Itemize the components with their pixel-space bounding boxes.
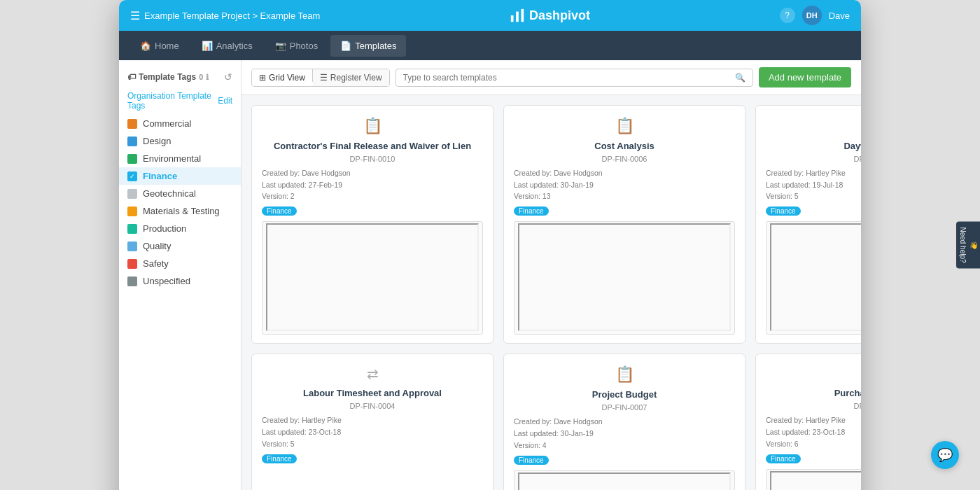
svg-rect-0 [511,15,514,22]
content-area: ⊞ Grid View ☰ Register View 🔍 Add new te… [241,60,861,490]
embed-input: ⧉</button> </div> [262,221,483,335]
top-bar: ☰ Example Template Project > Example Tea… [119,0,861,31]
refresh-icon[interactable]: ↺ [224,71,232,83]
tag-production[interactable]: Production [119,220,241,237]
embed-input: ⧉</button> </div> [766,221,861,335]
template-card-t7[interactable]: ⇄ Purchase Requests DP-FIN-0002 Created … [755,354,861,490]
template-card-t3[interactable]: 📋 Daywork Sheet DP-FIN-0003 Created by: … [755,105,861,344]
user-area: ? DH Dave [780,6,850,25]
card-meta: Created by: Dave HodgsonLast updated: 30… [514,416,735,451]
add-template-button[interactable]: Add new template [759,67,851,88]
copy-button[interactable]: ⧉</button> </div> [266,223,479,331]
need-help-panel[interactable]: 👋 Need help? [956,221,980,268]
finance-tag: Finance [766,206,801,216]
card-meta: Created by: Hartley PikeLast updated: 23… [262,414,483,449]
template-card-t1[interactable]: 📋 Contractor's Final Release and Waiver … [251,105,493,344]
main-content: 🏷 Template Tags 0 ℹ ↺ Organisation Templ… [119,60,861,490]
finance-tag: Finance [262,454,297,463]
app-logo: Dashpivot [510,8,590,23]
embed-input: ⧉</button> </div> [766,469,861,490]
card-title: Project Budget [592,389,657,401]
embed-input: ⧉</button> </div> [514,221,735,335]
copy-button[interactable]: ⧉</button> </div> [770,471,861,490]
nav-templates[interactable]: 📄 Templates [330,35,406,57]
tag-info-icon: ℹ [206,73,209,82]
embed-row: ⧉</button> </div> [262,221,483,335]
register-view-button[interactable]: ☰ Register View [313,69,389,86]
template-card-t5[interactable]: ⇄ Labour Timesheet and Approval DP-FIN-0… [251,354,493,490]
app-name: Dashpivot [529,8,590,23]
tag-dot-geotechnical [127,189,137,199]
chat-button[interactable]: 💬 [931,441,959,469]
template-card-t6[interactable]: 📋 Project Budget DP-FIN-0007 Created by:… [503,354,746,490]
card-title: Cost Analysis [594,141,654,153]
tag-dot-production [127,224,137,234]
card-title: Contractor's Final Release and Waiver of… [274,141,471,153]
photos-icon: 📷 [275,41,286,51]
tag-list: Commercial Design Environmental Finance … [119,115,241,290]
nav-bar: 🏠 Home 📊 Analytics 📷 Photos 📄 Templates [119,31,861,60]
menu-icon[interactable]: ☰ [130,9,140,22]
org-tags-edit[interactable]: Edit [218,96,232,106]
tag-design[interactable]: Design [119,132,241,150]
tag-dot-quality [127,241,137,251]
card-code: DP-FIN-0002 [854,402,861,410]
help-button[interactable]: ? [780,8,795,23]
card-code: DP-FIN-0010 [350,155,396,163]
user-name: Dave [829,10,850,21]
list-icon: ☰ [320,73,328,83]
card-meta: Created by: Hartley PikeLast updated: 23… [766,414,861,449]
tag-dot-commercial [127,119,137,129]
copy-button[interactable]: ⧉</button> </div> [518,223,731,331]
embed-row: ⧉</button> </div> [766,221,861,335]
tag-quality[interactable]: Quality [119,237,241,255]
tag-dot-safety [127,259,137,269]
templates-icon: 📄 [340,41,351,51]
grid-view-button[interactable]: ⊞ Grid View [252,69,312,86]
tag-finance[interactable]: Finance [119,167,241,185]
tag-materials[interactable]: Materials & Testing [119,202,241,220]
grid-icon: ⊞ [259,73,266,83]
tag-dot-materials [127,206,137,216]
doc-icon: 📋 [615,365,634,384]
card-code: DP-FIN-0003 [854,155,861,163]
svg-rect-1 [516,12,519,22]
copy-button[interactable]: ⧉</button> </div> [770,223,861,331]
analytics-icon: 📊 [202,41,213,51]
tag-dot-unspecified [127,276,137,286]
template-card-t2[interactable]: 📋 Cost Analysis DP-FIN-0006 Created by: … [503,105,746,344]
tag-unspecified[interactable]: Unspecified [119,272,241,290]
tag-geotechnical[interactable]: Geotechnical [119,185,241,202]
copy-button[interactable]: ⧉</button> </div> [518,472,731,490]
tag-checkbox-finance [127,172,137,181]
org-tags-label: Organisation Template Tags [127,91,218,111]
search-input[interactable] [403,73,731,83]
avatar[interactable]: DH [802,6,822,25]
embed-row: ⧉</button> </div> [514,221,735,335]
doc-icon: 📋 [615,117,634,135]
card-meta: Created by: Dave HodgsonLast updated: 27… [262,167,483,202]
nav-photos[interactable]: 📷 Photos [265,35,328,57]
dashpivot-logo-icon [510,8,525,23]
card-title: Labour Timesheet and Approval [303,388,442,400]
tag-dot-design [127,136,137,146]
svg-rect-2 [521,9,524,22]
finance-tag: Finance [514,206,549,216]
doc-icon: 📋 [363,117,382,135]
tag-icon: 🏷 [127,72,136,82]
finance-tag: Finance [766,454,801,463]
tag-safety[interactable]: Safety [119,255,241,272]
tag-commercial[interactable]: Commercial [119,115,241,132]
view-toggle: ⊞ Grid View ☰ Register View [251,69,390,87]
templates-grid: 📋 Contractor's Final Release and Waiver … [241,95,861,490]
nav-home[interactable]: 🏠 Home [130,35,189,57]
sidebar: 🏷 Template Tags 0 ℹ ↺ Organisation Templ… [119,60,241,490]
toolbar: ⊞ Grid View ☰ Register View 🔍 Add new te… [241,60,861,95]
embed-input: ⧉</button> </div> [514,470,735,490]
nav-analytics[interactable]: 📊 Analytics [192,35,262,57]
search-box: 🔍 [396,69,753,87]
card-meta: Created by: Hartley PikeLast updated: 19… [766,167,861,202]
tag-environmental[interactable]: Environmental [119,150,241,167]
card-code: DP-FIN-0007 [602,403,648,412]
breadcrumb-area: ☰ Example Template Project > Example Tea… [130,9,320,22]
